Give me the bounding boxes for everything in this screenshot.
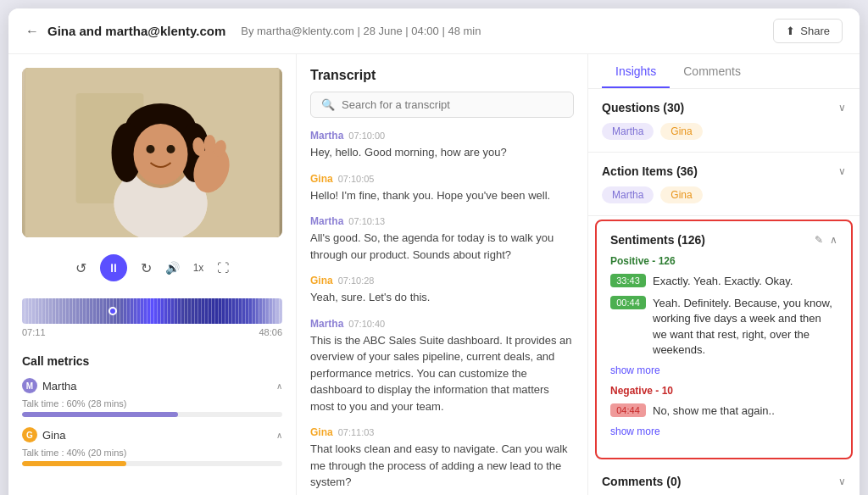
right-panel: Insights Comments Questions (30) ∨ Marth… — [588, 54, 860, 495]
volume-button[interactable]: 🔊 — [165, 261, 180, 275]
progress-dot — [108, 307, 117, 315]
questions-chevron[interactable]: ∨ — [838, 102, 846, 114]
msg-time-5: 07:11:03 — [338, 427, 375, 437]
msg-time-4: 07:10:40 — [348, 319, 385, 329]
msg-time-3: 07:10:28 — [338, 275, 375, 286]
sentiment-time-0: 33:43 — [610, 274, 646, 287]
svg-point-11 — [147, 145, 155, 153]
progress-bar-container: 07:11 48:06 — [22, 295, 282, 341]
app-window: ← Gina and martha@klenty.com By martha@k… — [8, 8, 860, 495]
talk-bar-fill-martha — [22, 412, 178, 417]
transcript-msg-3: Gina 07:10:28 Yeah, sure. Let's do this. — [310, 275, 574, 306]
transcript-msg-0: Martha 07:10:00 Hey, hello. Good morning… — [310, 130, 574, 161]
negative-category: Negative - 10 04:44 No, show me that aga… — [610, 385, 837, 437]
speed-label: 1x — [193, 262, 204, 274]
speaker-header-martha: M Martha ∧ — [22, 378, 282, 393]
pause-button[interactable]: ⏸ — [100, 254, 127, 281]
questions-gina-tag[interactable]: Gina — [660, 123, 702, 140]
sentiment-time-1: 00:44 — [610, 296, 646, 309]
edit-icon[interactable]: ✎ — [815, 234, 823, 246]
speaker-label-gina: Gina — [42, 429, 65, 442]
msg-header-4: Martha 07:10:40 — [310, 318, 574, 330]
action-items-martha-tag[interactable]: Martha — [602, 186, 654, 203]
transcript-msg-2: Martha 07:10:13 All's good. So, the agen… — [310, 215, 574, 263]
transcript-msg-1: Gina 07:10:05 Hello! I'm fine, thank you… — [310, 173, 574, 204]
video-container — [22, 68, 282, 237]
back-button[interactable]: ← — [25, 24, 39, 39]
talk-bar-gina — [22, 461, 282, 466]
talk-time-martha: Talk time : 60% (28 mins) — [22, 398, 282, 409]
msg-header-3: Gina 07:10:28 — [310, 275, 574, 286]
call-metrics-title: Call metrics — [22, 354, 282, 368]
search-input[interactable] — [342, 98, 563, 111]
msg-header-2: Martha 07:10:13 — [310, 215, 574, 227]
fullscreen-button[interactable]: ⛶ — [217, 261, 229, 275]
share-button[interactable]: ⬆ Share — [773, 19, 843, 43]
sentiment-time-neg-0: 04:44 — [610, 403, 646, 417]
positive-category: Positive - 126 33:43 Exactly. Yeah. Exac… — [610, 255, 837, 376]
call-metrics: Call metrics M Martha ∧ Talk time : 60% … — [22, 354, 282, 476]
speaker-name-gina: G Gina — [22, 427, 65, 442]
left-panel: ↺ ⏸ ↻ 🔊 1x ⛶ — [8, 54, 297, 495]
rewind-button[interactable]: ↺ — [75, 260, 86, 276]
talk-bar-martha — [22, 412, 282, 417]
msg-speaker-5: Gina — [310, 426, 333, 438]
tab-comments[interactable]: Comments — [670, 54, 754, 88]
chevron-gina[interactable]: ∧ — [276, 431, 282, 440]
video-placeholder — [22, 68, 282, 237]
speaker-name-martha: M Martha — [22, 378, 76, 393]
action-items-chevron[interactable]: ∨ — [838, 165, 846, 177]
header-meta: By martha@klenty.com | 28 June | 04:00 |… — [241, 25, 481, 37]
search-box: 🔍 — [310, 92, 574, 118]
msg-header-0: Martha 07:10:00 — [310, 130, 574, 142]
action-items-speaker-tags: Martha Gina — [602, 186, 846, 203]
comments-chevron[interactable]: ∨ — [838, 476, 846, 487]
negative-label: Negative - 10 — [610, 385, 837, 397]
msg-text-3: Yeah, sure. Let's do this. — [310, 289, 574, 306]
speaker-initial-martha: M — [22, 378, 37, 393]
action-items-gina-tag[interactable]: Gina — [660, 186, 702, 203]
transcript-msg-5: Gina 07:11:03 That looks clean and easy … — [310, 426, 574, 491]
tab-insights[interactable]: Insights — [602, 54, 670, 88]
middle-panel: Transcript 🔍 Martha 07:10:00 Hey, hello.… — [297, 54, 588, 495]
insights-tabs: Insights Comments — [588, 54, 860, 89]
forward-button[interactable]: ↻ — [141, 260, 152, 276]
msg-text-4: This is the ABC Sales Suite dashboard. I… — [310, 332, 574, 415]
current-time: 07:11 — [22, 327, 46, 337]
pause-icon: ⏸ — [108, 261, 120, 275]
questions-martha-tag[interactable]: Martha — [602, 123, 654, 140]
transcript-messages: Martha 07:10:00 Hey, hello. Good morning… — [310, 130, 574, 495]
positive-label: Positive - 126 — [610, 255, 837, 267]
speaker-label-martha: Martha — [42, 380, 76, 392]
speaker-item-gina: G Gina ∧ Talk time : 40% (20 mins) — [22, 427, 282, 466]
msg-text-0: Hey, hello. Good morning, how are you? — [310, 144, 574, 161]
msg-speaker-1: Gina — [310, 173, 333, 185]
svg-point-15 — [204, 135, 216, 153]
msg-time-0: 07:10:00 — [348, 131, 385, 141]
insights-content: Questions (30) ∨ Martha Gina Action Item… — [588, 89, 860, 495]
transcript-title: Transcript — [310, 68, 574, 83]
sentiment-item-0: 33:43 Exactly. Yeah. Exactly. Okay. — [610, 274, 837, 289]
sentiment-item-1: 00:44 Yeah. Definitely. Because, you kno… — [610, 296, 837, 358]
sentiments-chevron[interactable]: ∧ — [830, 234, 837, 246]
msg-time-2: 07:10:13 — [348, 216, 385, 226]
video-controls: ↺ ⏸ ↻ 🔊 1x ⛶ — [22, 248, 282, 285]
show-more-negative[interactable]: show more — [610, 425, 837, 437]
sentiment-item-neg-0: 04:44 No, show me that again.. — [610, 403, 837, 419]
msg-time-1: 07:10:05 — [338, 174, 375, 184]
action-items-section: Action Items (36) ∨ Martha Gina — [588, 153, 860, 216]
search-icon: 🔍 — [321, 98, 335, 111]
msg-text-2: All's good. So, the agenda for today is … — [310, 230, 574, 263]
comments-section: Comments (0) ∨ — [588, 463, 860, 495]
svg-point-10 — [134, 124, 188, 185]
share-label: Share — [800, 25, 830, 37]
msg-header-1: Gina 07:10:05 — [310, 173, 574, 185]
talk-time-gina: Talk time : 40% (20 mins) — [22, 448, 282, 458]
speaker-initial-gina: G — [22, 427, 37, 442]
main-content: ↺ ⏸ ↻ 🔊 1x ⛶ — [8, 54, 860, 495]
sentiment-text-neg-0: No, show me that again.. — [653, 403, 775, 419]
show-more-positive[interactable]: show more — [610, 364, 837, 376]
chevron-martha[interactable]: ∧ — [276, 381, 282, 391]
sentiment-text-0: Exactly. Yeah. Exactly. Okay. — [653, 274, 793, 289]
waveform[interactable] — [22, 298, 282, 324]
